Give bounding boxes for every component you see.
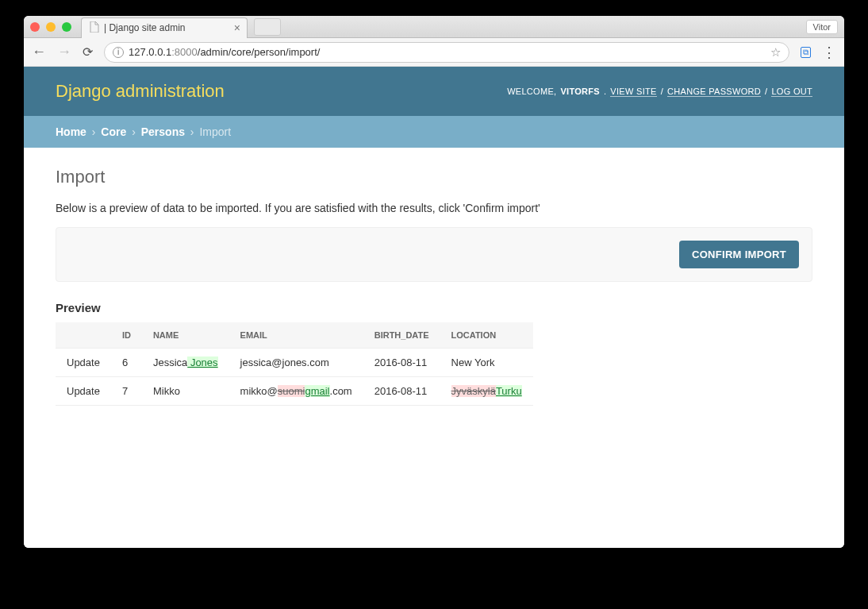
back-button[interactable]: ← [32,44,46,60]
minimize-window-icon[interactable] [46,22,56,32]
bookmark-icon[interactable]: ☆ [770,45,781,60]
new-tab-button[interactable] [254,18,281,36]
view-site-link[interactable]: VIEW SITE [610,87,656,97]
window-controls [30,22,71,32]
cell-email: mikko@suomigmail.com [229,377,363,406]
cell-location: New York [440,349,533,377]
chevron-right-icon: › [92,125,96,138]
col-birth-date: BIRTH_DATE [363,322,440,349]
browser-window: | Django site admin × Vitor ← → ⟳ i 127.… [24,16,844,548]
diff-delete: Jyväskylä [451,385,496,397]
username: VITORFS [560,87,600,96]
chevron-right-icon: › [190,125,194,138]
site-brand[interactable]: Django administration [56,81,225,102]
preview-heading: Preview [56,301,812,314]
maximize-window-icon[interactable] [62,22,71,32]
table-row: Update 7 Mikko mikko@suomigmail.com 2016… [56,377,533,406]
diff-delete: suomi [278,385,305,397]
browser-tab-strip: | Django site admin × Vitor [24,16,844,38]
confirm-import-button[interactable]: CONFIRM IMPORT [679,241,799,268]
cell-location: JyväskyläTurku [440,377,533,406]
diff-insert: Jones [187,357,217,368]
diff-unchanged: .com [330,385,352,397]
django-header: Django administration WELCOME, VITORFS. … [24,67,844,116]
preview-table: ID NAME EMAIL BIRTH_DATE LOCATION Update… [56,322,533,406]
site-info-icon[interactable]: i [113,47,124,58]
submit-row: CONFIRM IMPORT [56,227,812,282]
reload-button[interactable]: ⟳ [83,44,93,60]
content-area: Import Below is a preview of data to be … [24,148,844,425]
cell-birth-date: 2016-08-11 [363,349,440,377]
cell-email: jessica@jones.com [229,349,363,377]
cell-id: 6 [111,349,142,377]
sep: . [604,87,606,96]
address-bar[interactable]: i 127.0.0.1:8000/admin/core/person/impor… [104,42,789,63]
breadcrumb-current: Import [199,125,231,138]
sep: / [765,87,767,96]
diff-unchanged: Jessica [153,357,187,368]
breadcrumb-home[interactable]: Home [56,125,86,138]
browser-toolbar: ← → ⟳ i 127.0.0.1:8000/admin/core/person… [24,38,844,67]
page-icon [90,21,99,35]
table-row: Update 6 Jessica Jones jessica@jones.com… [56,349,533,377]
url-host: 127.0.0.1 [129,46,171,58]
cell-name: Jessica Jones [142,349,229,377]
close-window-icon[interactable] [30,22,40,32]
profile-badge[interactable]: Vitor [806,20,838,34]
table-header-row: ID NAME EMAIL BIRTH_DATE LOCATION [56,322,533,349]
cell-action: Update [56,377,111,406]
breadcrumb-core[interactable]: Core [101,125,126,138]
browser-menu-icon[interactable]: ⋮ [822,44,836,61]
breadcrumb-persons[interactable]: Persons [141,125,185,138]
forward-button[interactable]: → [57,44,71,60]
sep: / [661,87,663,96]
cell-birth-date: 2016-08-11 [363,377,440,406]
chevron-right-icon: › [132,125,136,138]
col-action [56,322,111,349]
welcome-label: WELCOME, [507,87,556,96]
cell-name: Mikko [142,377,229,406]
cell-action: Update [56,349,111,377]
browser-tab[interactable]: | Django site admin × [81,17,248,38]
col-email: EMAIL [229,322,363,349]
close-tab-icon[interactable]: × [234,21,240,34]
page-content: Django administration WELCOME, VITORFS. … [24,67,844,548]
diff-insert: Turku [496,385,522,397]
change-password-link[interactable]: CHANGE PASSWORD [667,87,761,97]
diff-insert: gmail [305,385,329,397]
col-id: ID [111,322,142,349]
tab-title: | Django site admin [104,22,186,33]
page-title: Import [56,167,812,187]
breadcrumb: Home › Core › Persons › Import [24,116,844,148]
diff-unchanged: mikko@ [240,385,278,397]
url-path: /admin/core/person/import/ [198,46,321,58]
col-name: NAME [142,322,229,349]
cell-id: 7 [111,377,142,406]
user-tools: WELCOME, VITORFS. VIEW SITE / CHANGE PAS… [507,87,812,97]
url-port: :8000 [171,46,198,58]
extension-icon[interactable]: ⧉ [801,47,811,58]
col-location: LOCATION [440,322,533,349]
intro-text: Below is a preview of data to be importe… [56,202,812,214]
logout-link[interactable]: LOG OUT [771,87,812,97]
